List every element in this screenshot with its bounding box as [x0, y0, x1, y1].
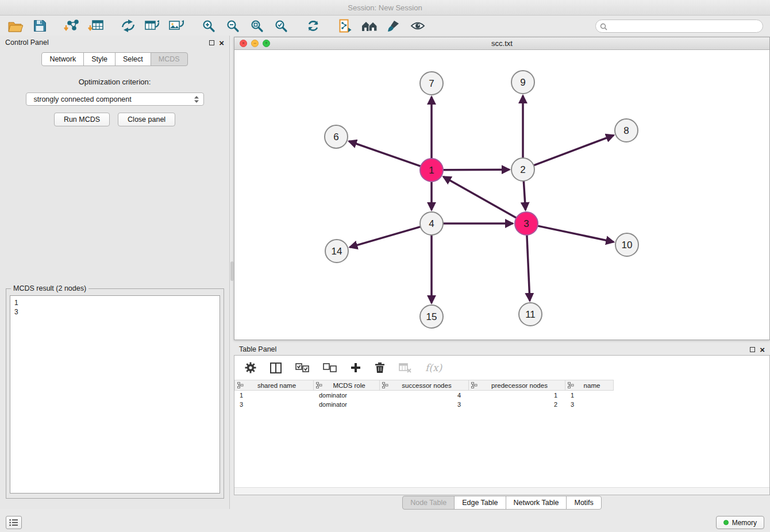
table-cell[interactable]: 2	[469, 400, 565, 409]
mcds-result-line: 3	[14, 307, 215, 317]
table-cell[interactable]: 3	[234, 400, 314, 409]
save-session-button[interactable]	[28, 17, 52, 35]
tab-node-table[interactable]: Node Table	[402, 496, 455, 510]
show-hide-button[interactable]	[406, 17, 430, 35]
table-cell[interactable]: 1	[565, 391, 614, 400]
panel-splitter-handle[interactable]	[230, 261, 234, 281]
table-cell[interactable]: 4	[380, 391, 469, 400]
optimization-criterion-label: Optimization criterion:	[0, 78, 229, 86]
import-table-button[interactable]	[84, 17, 108, 35]
tab-style[interactable]: Style	[83, 52, 116, 66]
column-header-predecessor-nodes[interactable]: predecessor nodes	[469, 380, 565, 391]
zoom-out-button[interactable]	[221, 17, 245, 35]
table-cell[interactable]: 1	[469, 391, 565, 400]
node-14[interactable]: 14	[325, 240, 348, 263]
column-header-shared-name[interactable]: shared name	[234, 380, 314, 391]
zoom-in-button[interactable]	[197, 17, 221, 35]
maximize-window-button[interactable]: +	[263, 40, 270, 47]
node-2[interactable]: 2	[511, 158, 534, 181]
import-network-button[interactable]	[60, 17, 84, 35]
function-icon: f(x)	[425, 362, 442, 373]
edge-1-2[interactable]	[443, 169, 510, 170]
delete-row-button[interactable]	[375, 362, 385, 373]
edge-3-10[interactable]	[538, 226, 614, 242]
close-table-panel-button[interactable]: ×	[760, 345, 765, 354]
edge-2-8[interactable]	[534, 135, 614, 165]
node-8[interactable]: 8	[615, 119, 638, 142]
svg-text:9: 9	[520, 77, 525, 88]
table-row[interactable]: 3dominator323	[234, 400, 769, 409]
select-all-columns-button[interactable]	[295, 363, 309, 373]
column-header-name[interactable]: name	[565, 380, 614, 391]
table-row[interactable]: 1dominator411	[234, 391, 769, 400]
first-neighbors-button[interactable]	[357, 17, 382, 35]
toggle-columns-button[interactable]	[270, 363, 282, 373]
mcds-result-line: 1	[14, 298, 215, 307]
close-panel-button[interactable]: Close panel	[118, 113, 175, 126]
zoom-fit-button[interactable]	[245, 17, 269, 35]
refresh-button[interactable]	[301, 17, 325, 35]
close-control-panel-button[interactable]: ×	[219, 38, 224, 47]
tab-edge-table[interactable]: Edge Table	[454, 496, 506, 510]
function-builder-button[interactable]: f(x)	[425, 362, 442, 373]
tab-network-table[interactable]: Network Table	[506, 496, 567, 510]
mcds-result-title: MCDS result (2 nodes)	[11, 284, 88, 292]
delete-table-button[interactable]	[399, 363, 411, 373]
table-cell[interactable]: dominator	[314, 391, 380, 400]
run-mcds-button[interactable]: Run MCDS	[54, 113, 110, 126]
node-1[interactable]: 1	[420, 159, 443, 182]
column-tree-icon	[382, 382, 388, 388]
export-network-button[interactable]	[116, 17, 140, 35]
table-cell[interactable]: dominator	[314, 400, 380, 409]
memory-button[interactable]: Memory	[716, 516, 764, 529]
svg-text:3: 3	[523, 218, 529, 229]
table-scrollbar[interactable]	[234, 487, 769, 495]
tab-motifs[interactable]: Motifs	[566, 496, 601, 510]
column-tree-icon	[568, 382, 574, 388]
optimization-criterion-dropdown[interactable]: strongly connected component	[26, 92, 204, 106]
edge-1-6[interactable]	[349, 141, 421, 167]
svg-text:7: 7	[429, 78, 434, 89]
edge-3-11[interactable]	[527, 235, 530, 301]
export-table-button[interactable]	[140, 17, 164, 35]
float-table-panel-button[interactable]	[750, 347, 755, 352]
edge-2-3[interactable]	[523, 181, 525, 210]
unchecked-boxes-icon	[323, 363, 337, 373]
tab-mcds[interactable]: MCDS	[151, 52, 188, 66]
close-window-button[interactable]: ×	[240, 40, 247, 47]
apply-style-button[interactable]	[382, 17, 406, 35]
table-settings-button[interactable]	[245, 362, 256, 373]
edge-4-14[interactable]	[350, 227, 421, 248]
zoom-selected-button[interactable]	[269, 17, 293, 35]
table-cell[interactable]: 3	[380, 400, 469, 409]
open-session-button[interactable]	[3, 17, 28, 35]
table-cell[interactable]: 1	[234, 391, 314, 400]
edge-3-1[interactable]	[443, 177, 516, 218]
node-7[interactable]: 7	[420, 72, 443, 95]
minimize-window-button[interactable]: −	[251, 40, 259, 47]
table-cell[interactable]: 3	[565, 400, 614, 409]
export-image-button[interactable]	[164, 17, 188, 35]
column-header-mcds-role[interactable]: MCDS role	[314, 380, 380, 391]
node-9[interactable]: 9	[511, 71, 534, 94]
search-input[interactable]	[595, 20, 763, 33]
svg-text:6: 6	[333, 132, 338, 142]
float-control-panel-button[interactable]	[209, 40, 214, 45]
tab-network[interactable]: Network	[41, 52, 84, 66]
network-canvas[interactable]: 7968124314101511	[234, 50, 769, 339]
mcds-result-list[interactable]: 13	[10, 295, 220, 494]
node-4[interactable]: 4	[420, 212, 443, 235]
task-history-button[interactable]	[6, 516, 22, 529]
column-header-successor-nodes[interactable]: successor nodes	[380, 380, 469, 391]
import-network-icon	[64, 19, 80, 33]
network-document-button[interactable]	[333, 17, 357, 35]
plus-icon	[351, 363, 361, 373]
tab-select[interactable]: Select	[115, 52, 151, 66]
node-10[interactable]: 10	[615, 233, 638, 256]
add-row-button[interactable]	[351, 363, 361, 373]
node-11[interactable]: 11	[519, 303, 542, 326]
node-3[interactable]: 3	[515, 212, 538, 235]
deselect-all-columns-button[interactable]	[323, 363, 337, 373]
node-15[interactable]: 15	[420, 305, 443, 328]
node-6[interactable]: 6	[325, 125, 348, 148]
